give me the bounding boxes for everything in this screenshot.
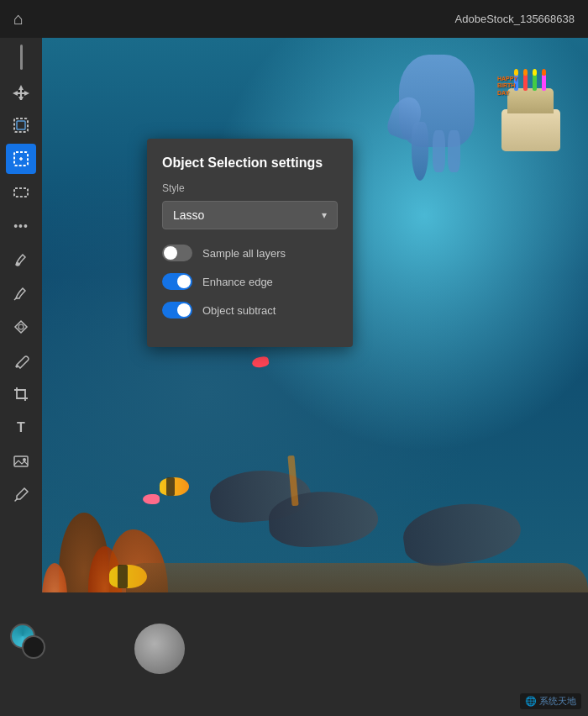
main-area: •••	[0, 38, 588, 716]
object-subtract-label: Object subtract	[202, 304, 276, 317]
tool-move[interactable]	[6, 76, 36, 107]
toolbar: •••	[0, 38, 42, 716]
enhance-edge-toggle[interactable]	[162, 273, 192, 290]
svg-rect-2	[17, 121, 25, 129]
watermark: 🌐 系统天地	[520, 693, 581, 709]
popup-panel: Object Selection settings Style Lasso ▾ …	[147, 139, 353, 347]
top-bar: ⌂ AdobeStock_135668638	[0, 0, 588, 38]
popup-title: Object Selection settings	[162, 155, 338, 171]
style-dropdown[interactable]: Lasso ▾	[162, 201, 338, 229]
tool-object-selection[interactable]	[6, 144, 36, 174]
circle-button[interactable]	[134, 624, 185, 674]
toggle-knob	[177, 303, 191, 317]
tool-eyedropper[interactable]	[6, 480, 36, 510]
object-subtract-toggle[interactable]	[162, 302, 192, 319]
canvas-area: HAPPYBIRTHDAY Object Selection settings …	[42, 38, 588, 716]
sample-all-layers-toggle[interactable]	[162, 245, 192, 261]
svg-rect-4	[14, 188, 28, 197]
tool-pen[interactable]	[6, 345, 36, 376]
dropdown-value: Lasso	[173, 208, 204, 222]
svg-marker-0	[13, 85, 29, 100]
style-label: Style	[162, 182, 338, 194]
svg-point-5	[16, 262, 19, 266]
object-subtract-row: Object subtract	[162, 302, 338, 319]
sample-all-layers-label: Sample all layers	[202, 247, 286, 260]
tool-clone-stamp[interactable]	[6, 312, 36, 342]
background-color[interactable]	[22, 635, 45, 659]
tool-more[interactable]: •••	[6, 211, 36, 241]
color-swatches	[10, 624, 49, 670]
svg-rect-7	[14, 456, 28, 466]
sample-all-layers-row: Sample all layers	[162, 245, 338, 261]
tool-healing[interactable]	[6, 278, 36, 308]
toggle-knob	[177, 275, 191, 288]
home-icon[interactable]: ⌂	[13, 9, 24, 29]
tool-crop[interactable]	[6, 379, 36, 409]
tool-brush[interactable]	[6, 245, 36, 275]
tool-marquee[interactable]	[6, 177, 36, 208]
enhance-edge-label: Enhance edge	[202, 276, 273, 288]
dropdown-arrow-icon: ▾	[322, 209, 327, 221]
elephant-layer	[391, 55, 487, 189]
birthday-cake-layer: HAPPYBIRTHDAY	[496, 71, 567, 151]
svg-point-8	[23, 458, 26, 461]
bottom-area	[42, 592, 588, 716]
toolbar-scrollbar	[20, 45, 23, 70]
tool-type[interactable]: T	[6, 413, 36, 443]
enhance-edge-row: Enhance edge	[162, 273, 338, 290]
file-name: AdobeStock_135668638	[455, 13, 575, 25]
tool-lasso[interactable]	[6, 110, 36, 140]
tool-image[interactable]	[6, 446, 36, 476]
toggle-knob	[164, 246, 177, 260]
svg-point-6	[18, 324, 24, 329]
